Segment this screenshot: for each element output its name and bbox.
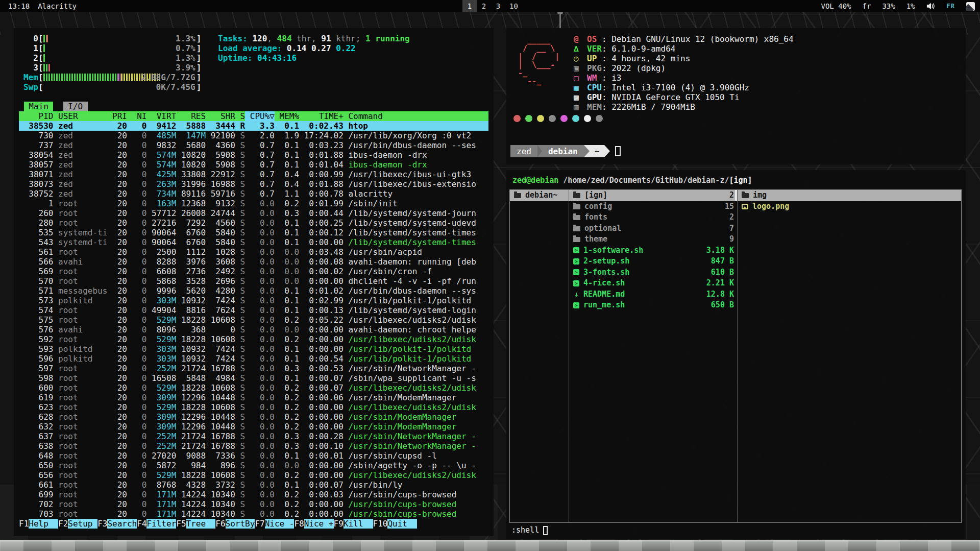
column-header-pri[interactable]: PRI (107, 111, 127, 121)
process-row-561[interactable]: 561 root 20 0 2500 1112 1028 S 0.0 0.0 0… (19, 247, 488, 257)
color-dot (572, 115, 579, 122)
process-row-38530[interactable]: 38530 zed 20 0 9412 5888 3444 R 3.3 0.1 … (19, 121, 488, 131)
process-table-header[interactable]: PID USER PRI NI VIRT RES SHR S CPU%▽ MEM… (19, 111, 488, 121)
prompt-host-segment: debian (542, 145, 584, 157)
process-row-38054[interactable]: 38054 zed 20 0 574M 10820 5908 S 0.7 0.1… (19, 150, 488, 160)
process-row-703[interactable]: 703 root 20 0 171M 14224 10340 S 0.0 0.2… (19, 509, 488, 519)
file-row-README.md[interactable]: ↓README.md12.8 K (569, 289, 737, 300)
process-row-569[interactable]: 569 root 20 0 6608 2736 2492 S 0.0 0.0 0… (19, 267, 488, 276)
file-row-config[interactable]: config15 (569, 201, 737, 212)
process-row-632[interactable]: 632 root 20 0 309M 12296 10448 S 0.0 0.2… (19, 422, 488, 432)
process-row-661[interactable]: 661 root 20 0 8768 4328 3732 S 0.0 0.1 0… (19, 480, 488, 490)
process-row-619[interactable]: 619 root 20 0 309M 12296 10448 S 0.0 0.2… (19, 393, 488, 402)
fkey-f2[interactable]: F2Setup (58, 519, 97, 529)
column-header-cpu[interactable]: CPU%▽ (245, 111, 275, 121)
keyboard-layout-indicator[interactable]: FR (947, 3, 955, 10)
workspace-button-2[interactable]: 2 (477, 0, 491, 12)
process-row-1[interactable]: 1 root 20 0 163M 12368 9132 S 0.0 0.2 0:… (19, 199, 488, 208)
command-status-line[interactable]: :shell (511, 525, 548, 536)
process-row-574[interactable]: 574 root 20 0 49904 8816 7624 S 0.0 0.1 … (19, 305, 488, 315)
street-lamp (559, 13, 561, 29)
process-row-260[interactable]: 260 root 20 0 57712 26008 24744 S 0.0 0.… (19, 208, 488, 218)
process-row-702[interactable]: 702 root 20 0 171M 14224 10340 S 0.0 0.2… (19, 499, 488, 509)
process-row-38752[interactable]: 38752 zed 20 0 734M 89116 59716 S 0.7 1.… (19, 189, 488, 199)
column-header-shr[interactable]: SHR (206, 111, 235, 121)
column-header-command[interactable]: Command (344, 111, 383, 121)
column-header-virt[interactable]: VIRT (146, 111, 176, 121)
process-row-543[interactable]: 543 systemd-ti 20 0 90064 6760 5840 S 0.… (19, 237, 488, 247)
file-row-img[interactable]: img (738, 190, 961, 201)
process-row-596[interactable]: 596 polkitd 20 0 303M 10932 7424 S 0.0 0… (19, 354, 488, 364)
process-row-600[interactable]: 600 root 20 0 529M 18228 10608 S 0.0 0.2… (19, 383, 488, 393)
process-row-638[interactable]: 638 root 20 0 252M 21724 16788 S 0.0 0.3… (19, 441, 488, 451)
process-row-737[interactable]: 737 zed 20 0 9832 5680 4360 S 0.7 0.1 0:… (19, 140, 488, 150)
file-row-ign[interactable]: [ign]2 (569, 190, 737, 201)
speaker-icon[interactable] (926, 2, 936, 10)
file-row-1-software.sh[interactable]: 1-software.sh3.18 K (569, 245, 737, 256)
fkey-f3[interactable]: F3Search (97, 519, 137, 529)
fkey-f1[interactable]: F1Help (19, 519, 58, 529)
column-header-mem[interactable]: MEM% (275, 111, 299, 121)
fkey-f6[interactable]: F6SortBy (215, 519, 255, 529)
workspace-button-1[interactable]: 1 (462, 0, 477, 12)
systray-flameshot-icon[interactable] (966, 2, 975, 11)
fkey-f10[interactable]: F10Quit (373, 519, 418, 529)
process-row-535[interactable]: 535 systemd-ti 20 0 90064 6760 5840 S 0.… (19, 228, 488, 237)
file-row-run_me.sh[interactable]: run_me.sh650 B (569, 300, 737, 311)
htop-tab-main[interactable]: Main (24, 102, 54, 111)
column-header-s[interactable]: S (235, 111, 245, 121)
column-header-time[interactable]: TIME+ (299, 111, 344, 121)
fkey-f9[interactable]: F9Kill (334, 519, 373, 529)
process-row-623[interactable]: 623 root 20 0 529M 18228 10608 S 0.0 0.2… (19, 402, 488, 412)
pane-scrollbar[interactable] (735, 190, 737, 201)
fkey-f7[interactable]: F7Nice - (255, 519, 294, 529)
process-row-592[interactable]: 592 root 20 0 529M 18228 10608 S 0.0 0.2… (19, 334, 488, 344)
file-row-2-setup.sh[interactable]: 2-setup.sh847 B (569, 256, 737, 267)
process-row-575[interactable]: 575 root 20 0 529M 18228 10608 S 0.0 0.2… (19, 315, 488, 325)
process-row-730[interactable]: 730 zed 20 0 485M 147M 92100 S 2.0 1.9 1… (19, 131, 488, 140)
fkey-f5[interactable]: F5Tree (176, 519, 215, 529)
process-row-650[interactable]: 650 root 20 0 5872 984 896 S 0.0 0.0 0:0… (19, 461, 488, 470)
workspace-button-3[interactable]: 3 (491, 0, 505, 12)
file-row-debian[interactable]: debian~ (510, 190, 569, 201)
process-row-280[interactable]: 280 root 20 0 27216 7292 4560 S 0.0 0.1 … (19, 218, 488, 228)
file-row-optional[interactable]: optional7 (569, 223, 737, 234)
process-row-598[interactable]: 598 root 20 0 16508 5848 4984 S 0.0 0.1 … (19, 373, 488, 383)
file-row-3-fonts.sh[interactable]: 3-fonts.sh610 B (569, 267, 737, 278)
file-row-fonts[interactable]: fonts2 (569, 212, 737, 223)
column-header-pid[interactable]: PID (19, 111, 53, 121)
column-header-res[interactable]: RES (176, 111, 206, 121)
terminal-cursor (615, 146, 621, 156)
sysinfo-wm: ▢WM : i3 (574, 73, 794, 83)
clock: 13:18 (8, 2, 30, 10)
process-row-628[interactable]: 628 root 20 0 309M 12296 10448 S 0.0 0.2… (19, 412, 488, 422)
shell-prompt[interactable]: zed debian ~ (510, 145, 621, 157)
process-row-597[interactable]: 597 root 20 0 252M 21724 16788 S 0.0 0.3… (19, 364, 488, 373)
column-header-ni[interactable]: NI (127, 111, 147, 121)
process-row-38073[interactable]: 38073 zed 20 0 263M 31996 16988 S 0.7 0.… (19, 179, 488, 189)
fkey-f4[interactable]: F4Filter (137, 519, 176, 529)
process-row-593[interactable]: 593 polkitd 20 0 303M 10932 7424 S 0.0 0… (19, 344, 488, 354)
process-row-699[interactable]: 699 root 20 0 171M 14224 10340 S 0.0 0.2… (19, 490, 488, 499)
file-row-logo.png[interactable]: logo.png (738, 201, 961, 212)
process-row-648[interactable]: 648 root 20 0 27020 9088 7336 S 0.0 0.1 … (19, 451, 488, 461)
file-row-theme[interactable]: theme9 (569, 234, 737, 245)
process-row-571[interactable]: 571 messagebus 20 0 9996 5620 4280 S 0.0… (19, 286, 488, 296)
load-average-line: Load average: 0.14 0.27 0.22 (218, 43, 410, 53)
download-icon: ↓ (573, 289, 579, 300)
htop-tab-io[interactable]: I/O (63, 102, 88, 111)
workspace-button-10[interactable]: 10 (505, 0, 522, 12)
fkey-f8[interactable]: F8Nice + (294, 519, 333, 529)
file-row-4-rice.sh[interactable]: 4-rice.sh2.21 K (569, 278, 737, 289)
column-header-user[interactable]: USER (53, 111, 107, 121)
volume-label: VOL 40% (821, 2, 851, 10)
process-row-573[interactable]: 573 polkitd 20 0 303M 10932 7424 S 0.0 0… (19, 296, 488, 305)
process-row-566[interactable]: 566 avahi 20 0 8288 3976 3608 S 0.0 0.0 … (19, 257, 488, 267)
process-row-38057[interactable]: 38057 zed 20 0 574M 10820 5908 S 0.7 0.1… (19, 160, 488, 170)
process-row-38071[interactable]: 38071 zed 20 0 425M 33808 22912 S 0.7 0.… (19, 170, 488, 179)
sysinfo-ver: ∆VER: 6.1.0-9-amd64 (574, 44, 794, 54)
process-row-637[interactable]: 637 root 20 0 252M 21724 16788 S 0.0 0.3… (19, 432, 488, 441)
process-row-656[interactable]: 656 root 20 0 529M 18228 10608 S 0.0 0.2… (19, 470, 488, 480)
process-row-576[interactable]: 576 avahi 20 0 8096 368 0 S 0.0 0.0 0:00… (19, 325, 488, 334)
process-row-570[interactable]: 570 root 20 0 5868 3528 2696 S 0.0 0.0 0… (19, 276, 488, 286)
